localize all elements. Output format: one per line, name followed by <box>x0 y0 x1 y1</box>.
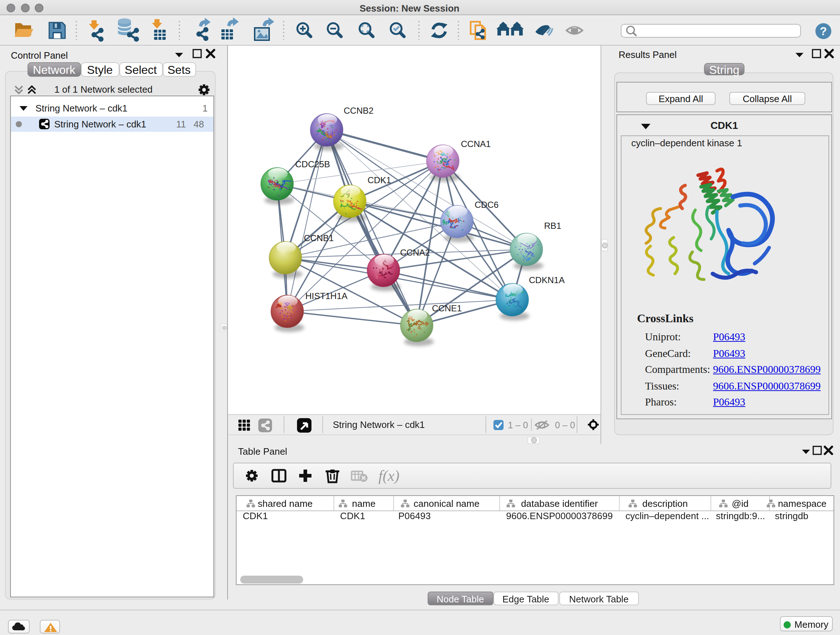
svg-text:name: name <box>352 498 375 509</box>
svg-text:description: description <box>642 498 688 509</box>
svg-text:1 – 0: 1 – 0 <box>508 420 528 430</box>
svg-text:f(x): f(x) <box>378 467 399 485</box>
svg-text:canonical name: canonical name <box>413 498 479 509</box>
svg-text:@id: @id <box>731 498 748 509</box>
svg-text:0 – 0: 0 – 0 <box>555 420 575 430</box>
svg-text:RB1: RB1 <box>544 221 561 231</box>
svg-text:String Network – cdk1: String Network – cdk1 <box>333 419 425 430</box>
svg-text:CDC25B: CDC25B <box>295 159 330 169</box>
svg-text:HIST1H1A: HIST1H1A <box>305 291 347 301</box>
svg-text:CCNA2: CCNA2 <box>400 248 430 257</box>
svg-text:namespace: namespace <box>777 498 826 509</box>
svg-text:CDK1: CDK1 <box>368 175 391 185</box>
svg-text:database identifier: database identifier <box>521 498 598 509</box>
svg-text:CDKN1A: CDKN1A <box>529 275 565 285</box>
svg-text:?: ? <box>820 25 827 38</box>
svg-text:CCNE1: CCNE1 <box>432 303 462 313</box>
svg-text:CCNB2: CCNB2 <box>344 106 374 116</box>
svg-text:CCNB1: CCNB1 <box>304 233 334 243</box>
svg-text:CCNA1: CCNA1 <box>461 139 491 149</box>
svg-text:shared name: shared name <box>257 498 313 509</box>
svg-text:CDC6: CDC6 <box>475 200 499 210</box>
